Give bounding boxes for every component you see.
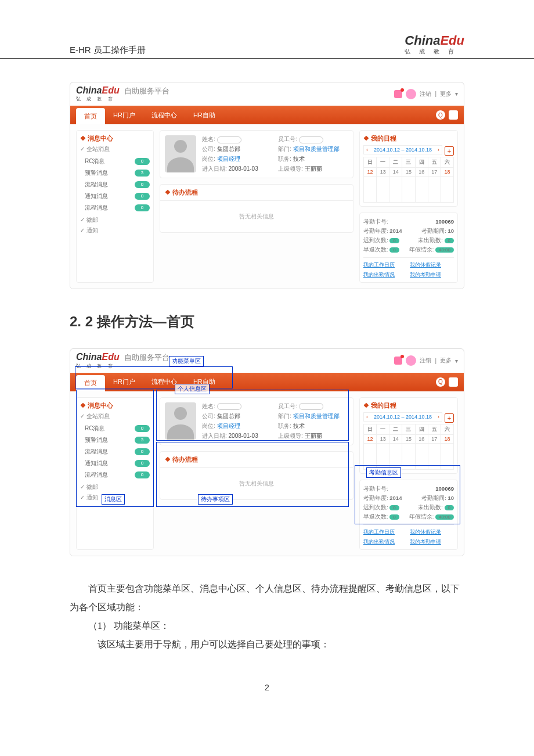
tab-hr-portal[interactable]: HR门户	[105, 373, 143, 391]
notification-icon[interactable]	[394, 90, 402, 98]
screenshot-2-annotated: ChinaEdu 弘 成 教 育 自助服务平台 注销 | 更多 ▾ 首页 HR门…	[70, 348, 464, 556]
doc-title: E-HR 员工操作手册	[70, 45, 146, 56]
prev-week-icon[interactable]: ‹	[366, 414, 368, 420]
chevron-down-icon: ▾	[455, 91, 458, 97]
tab-process[interactable]: 流程中心	[143, 106, 185, 124]
app-logo: ChinaEdu 弘 成 教 育	[76, 353, 120, 369]
list-item-label: （1） 功能菜单区：	[70, 617, 464, 635]
profile-card: 姓名: 员工号: 公司: 集团总部 部门: 项目和质量管理部 岗位: 项目经理 …	[160, 130, 353, 178]
platform-title: 自助服务平台	[124, 352, 169, 363]
next-week-icon[interactable]: ›	[438, 414, 439, 420]
calendar-card: ❖ 我的日程 ‹ 2014.10.12 – 2014.10.18 › + 日一二…	[359, 130, 458, 207]
platform-title: 自助服务平台	[124, 86, 169, 96]
list-item-body: 该区域主要用于导航，用户可以选择自己要处理的事项：	[70, 635, 464, 654]
anno-label-info: 个人信息区	[175, 384, 210, 394]
message-center-sidebar: ❖ 消息中心 ✓ 全站消息 RC消息0 预警消息3 流程消息0 通知消息0 流程…	[76, 130, 154, 283]
anno-label-menu: 功能菜单区	[169, 356, 204, 366]
add-event-button[interactable]: +	[445, 413, 454, 423]
profile-avatar	[165, 402, 196, 440]
sidebar-item[interactable]: 流程消息0	[80, 179, 150, 190]
search-icon[interactable]: Q	[436, 110, 445, 120]
attendance-card: 考勤卡号:100069 考勤年度: 2014 考勤期间: 10 迟到次数: 0 …	[359, 213, 458, 283]
notification-icon[interactable]	[394, 357, 402, 365]
tab-hr-portal[interactable]: HR门户	[105, 106, 143, 124]
more-link[interactable]: 更多	[440, 90, 452, 98]
logout-link[interactable]: 注销	[420, 90, 431, 98]
att-link[interactable]: 我的休假记录	[410, 261, 454, 269]
sidebar-item[interactable]: 流程消息0	[80, 202, 150, 214]
screenshot-1: ChinaEdu 弘 成 教 育 自助服务平台 注销 | 更多 ▾ 首页 HR门…	[70, 82, 464, 289]
window-icon[interactable]	[449, 377, 458, 387]
more-link[interactable]: 更多	[440, 357, 452, 365]
prev-week-icon[interactable]: ‹	[366, 147, 368, 153]
anno-label-att: 考勤信息区	[366, 467, 401, 478]
window-icon[interactable]	[449, 110, 458, 120]
add-event-button[interactable]: +	[445, 146, 454, 156]
sidebar-item[interactable]: 预警消息3	[80, 167, 150, 179]
sidebar-item[interactable]: RC消息0	[80, 156, 150, 167]
calendar-card: ❖ 我的日程 ‹ 2014.10.12 – 2014.10.18 › + 日一二…	[359, 397, 458, 474]
pending-card: ❖ 待办流程 暂无相关信息	[160, 451, 353, 500]
section-heading: 2. 2 操作方法—首页	[70, 312, 464, 331]
user-avatar-icon[interactable]	[406, 355, 416, 366]
chevron-down-icon: ▾	[455, 358, 458, 364]
page-number: 2	[0, 683, 534, 692]
logout-link[interactable]: 注销	[420, 357, 431, 365]
att-link[interactable]: 我的工作日历	[363, 261, 407, 269]
sidebar-item[interactable]: 通知消息0	[80, 190, 150, 202]
attendance-card: 考勤卡号:100069 考勤年度: 2014考勤期间: 10 迟到次数: 0未出…	[359, 480, 458, 550]
user-avatar-icon[interactable]	[406, 89, 416, 99]
doc-header: E-HR 员工操作手册 ChinaEdu 弘 成 教 育	[0, 35, 534, 59]
att-link[interactable]: 我的考勤申请	[410, 271, 454, 279]
att-link[interactable]: 我的出勤情况	[363, 271, 407, 279]
message-center-sidebar: ❖ 消息中心 ✓ 全站消息 RC消息0 预警消息3 流程消息0 通知消息0 流程…	[76, 397, 154, 550]
next-week-icon[interactable]: ›	[438, 147, 439, 153]
brand-logo: ChinaEdu 弘 成 教 育	[405, 35, 464, 56]
search-icon[interactable]: Q	[436, 377, 445, 387]
app-logo: ChinaEdu 弘 成 教 育	[76, 87, 120, 102]
anno-label-msg: 消息区	[102, 494, 125, 505]
tab-self[interactable]: HR自助	[185, 106, 223, 124]
profile-avatar	[165, 135, 196, 172]
tab-home[interactable]: 首页	[76, 108, 105, 124]
tab-home[interactable]: 首页	[76, 375, 105, 391]
anno-label-pending: 待办事项区	[198, 494, 233, 505]
pending-card: ❖ 待办流程 暂无相关信息	[160, 184, 353, 233]
profile-card: 姓名: 员工号: 公司: 集团总部 部门: 项目和质量管理部 岗位: 项目经理 …	[160, 397, 353, 445]
paragraph: 首页主要包含功能菜单区、消息中心区、个人信息区、待办流程提醒区、考勤信息区，以下…	[70, 579, 464, 617]
